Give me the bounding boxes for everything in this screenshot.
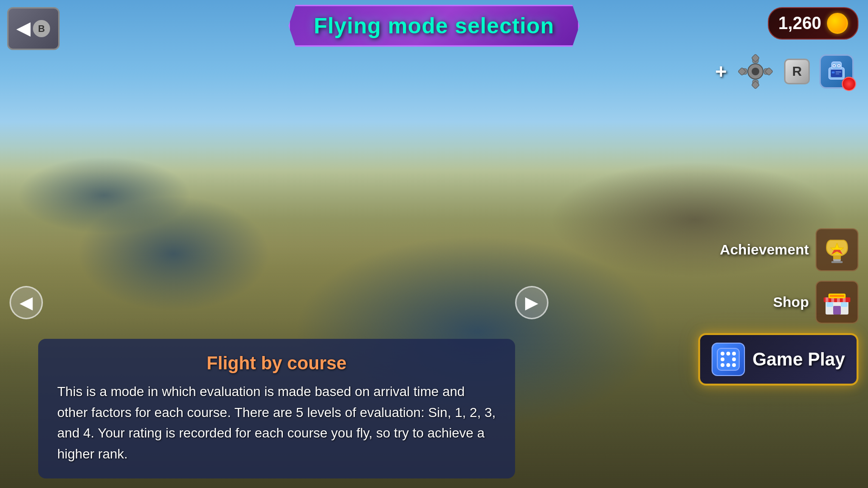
svg-point-14 [834,65,835,67]
title-banner-bg: Flying mode selection [289,5,579,47]
currency-amount: 1,260 [778,13,821,33]
currency-display: 1,260 [768,7,858,40]
info-panel: Flight by course This is a mode in which… [38,339,515,478]
svg-point-1 [752,68,759,75]
back-b-label: B [33,20,50,37]
coin-icon [827,13,848,34]
left-nav-button[interactable]: ◀ [10,286,43,319]
robot-icon[interactable] [819,54,854,89]
svg-rect-32 [841,302,847,307]
svg-rect-31 [827,302,833,307]
back-arrow-icon: ◀ [17,19,30,39]
achievement-button[interactable]: Achievement [720,228,858,271]
svg-rect-17 [832,71,835,73]
r-button[interactable]: R [784,59,810,84]
svg-rect-18 [836,71,841,72]
game-play-label: Game Play [753,349,845,370]
svg-rect-26 [826,297,828,302]
left-arrow-icon: ◀ [20,293,33,313]
back-button[interactable]: ◀ B [7,7,60,50]
right-sidebar: Achievement Shop [698,228,858,386]
svg-rect-35 [717,348,739,370]
svg-point-36 [721,352,724,356]
svg-point-39 [721,357,724,361]
shop-button[interactable]: Shop [773,281,858,324]
svg-point-37 [726,352,730,356]
shop-label: Shop [773,294,809,310]
svg-point-38 [732,352,736,356]
svg-point-15 [838,65,840,67]
achievement-label: Achievement [720,242,809,258]
svg-rect-19 [836,73,839,74]
svg-point-42 [726,363,730,367]
achievement-icon [816,228,858,271]
toolbar: + R [715,52,854,91]
right-nav-button[interactable]: ▶ [515,286,548,319]
shop-icon [816,281,858,324]
svg-point-40 [732,357,736,361]
title-banner: Flying mode selection [289,5,579,47]
svg-rect-22 [833,255,841,259]
dice-icon [712,343,745,376]
plus-icon[interactable]: + [715,60,727,83]
page-title: Flying mode selection [314,13,554,38]
right-arrow-icon: ▶ [525,293,538,313]
info-panel-body: This is a mode in which evaluation is ma… [57,381,496,464]
svg-point-41 [721,363,724,367]
gear-icon[interactable] [736,52,775,91]
svg-rect-34 [830,295,844,297]
info-panel-title: Flight by course [57,353,496,374]
svg-rect-21 [831,261,843,263]
game-play-button[interactable]: Game Play [698,333,858,386]
svg-point-43 [732,363,736,367]
svg-rect-30 [833,306,841,315]
